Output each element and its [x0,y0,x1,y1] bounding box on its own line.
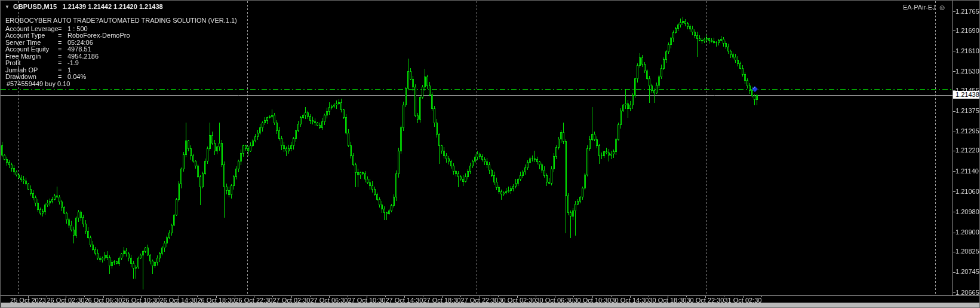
candlestick-chart-canvas[interactable] [1,1,980,308]
mt4-chart-window: ▼GBPUSD,M151.21439 1.21442 1.21420 1.214… [0,0,980,308]
horizontal-scrollbar[interactable] [1,303,980,308]
